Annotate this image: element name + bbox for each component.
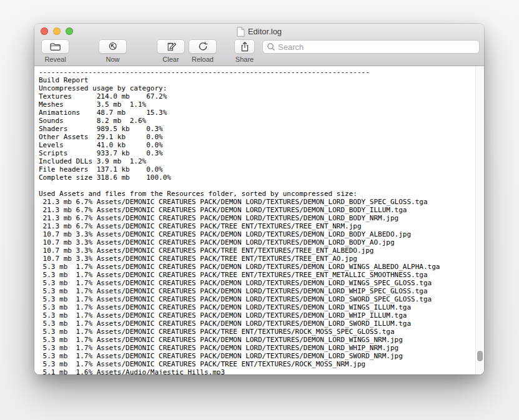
log-line: 5.3 mb 1.7% Assets/DEMONIC CREATURES PAC… [39, 263, 484, 271]
share-button[interactable] [234, 39, 255, 54]
clear-pencil-icon [166, 41, 177, 52]
log-line: 5.3 mb 1.7% Assets/DEMONIC CREATURES PAC… [39, 295, 484, 303]
log-line: Meshes 3.5 mb 1.1% [39, 100, 484, 109]
document-icon [237, 27, 245, 37]
log-line: 5.3 mb 1.7% Assets/DEMONIC CREATURES PAC… [39, 352, 484, 360]
log-line: 10.7 mb 3.3% Assets/DEMONIC CREATURES PA… [39, 238, 484, 247]
log-line: 5.3 mb 1.7% Assets/DEMONIC CREATURES PAC… [39, 287, 484, 295]
reload-button[interactable] [189, 39, 217, 54]
log-line: Shaders 989.5 kb 0.3% [39, 125, 484, 133]
reveal-button-label: Reveal [44, 56, 66, 63]
folder-icon [49, 41, 61, 52]
log-line: 5.3 mb 1.7% Assets/DEMONIC CREATURES PAC… [39, 328, 484, 336]
search-icon [267, 42, 275, 51]
now-button-label: Now [106, 56, 119, 63]
log-line: Used Assets and files from the Resources… [39, 190, 484, 198]
share-icon [239, 41, 250, 52]
vertical-scrollbar[interactable] [475, 66, 484, 374]
desktop-background: Editor.log RevealNowClearReloadShare ---… [0, 0, 519, 420]
clear-button-label: Clear [162, 56, 179, 63]
reload-button-label: Reload [192, 56, 214, 63]
share-button-label: Share [235, 56, 254, 63]
log-lines: ----------------------------------------… [34, 66, 484, 374]
log-line: 5.3 mb 1.7% Assets/DEMONIC CREATURES PAC… [39, 320, 484, 328]
log-line: 21.3 mb 6.7% Assets/DEMONIC CREATURES PA… [39, 206, 484, 214]
log-line: 21.3 mb 6.7% Assets/DEMONIC CREATURES PA… [39, 222, 484, 230]
search-input[interactable] [278, 42, 479, 52]
log-line: Textures 214.0 mb 67.2% [39, 92, 484, 100]
window-title: Editor.log [248, 27, 282, 36]
log-line: 10.7 mb 3.3% Assets/DEMONIC CREATURES PA… [39, 230, 484, 238]
log-line: 10.7 mb 3.3% Assets/DEMONIC CREATURES PA… [39, 247, 484, 255]
log-line: 21.3 mb 6.7% Assets/DEMONIC CREATURES PA… [39, 214, 484, 222]
reveal-button[interactable] [41, 39, 69, 54]
toolbar-item-reveal: Reveal [41, 39, 69, 63]
toolbar-item-now: Now [99, 39, 127, 63]
log-line: 5.3 mb 1.7% Assets/DEMONIC CREATURES PAC… [39, 303, 484, 311]
toolbar-item-share: Share [234, 39, 255, 63]
jump-to-now-icon [107, 41, 119, 52]
toolbar-item-reload: Reload [189, 39, 217, 63]
log-line: File headers 137.1 kb 0.0% [39, 165, 484, 173]
log-line: 5.1 mb 1.6% Assets/Audio/Majestic_Hills.… [39, 368, 484, 374]
log-line: 5.3 mb 1.7% Assets/DEMONIC CREATURES PAC… [39, 344, 484, 352]
now-button[interactable] [99, 39, 127, 54]
log-line: ----------------------------------------… [39, 68, 484, 76]
log-line: Included DLLs 3.9 mb 1.2% [39, 157, 484, 165]
clear-button[interactable] [157, 39, 185, 54]
log-line: Uncompressed usage by category: [39, 84, 484, 92]
log-line: Scripts 933.7 kb 0.3% [39, 149, 484, 157]
toolbar-item-clear: Clear [157, 39, 185, 63]
log-line: 5.3 mb 1.7% Assets/DEMONIC CREATURES PAC… [39, 271, 484, 279]
toolbar: RevealNowClearReloadShare [34, 39, 484, 66]
log-line: Animations 48.7 mb 15.3% [39, 109, 484, 117]
log-line [39, 182, 484, 190]
scrollbar-thumb[interactable] [477, 351, 483, 361]
title-wrap: Editor.log [34, 24, 484, 39]
search-field[interactable] [262, 40, 480, 54]
log-line: 5.3 mb 1.7% Assets/DEMONIC CREATURES PAC… [39, 311, 484, 320]
log-line: 5.3 mb 1.7% Assets/DEMONIC CREATURES PAC… [39, 279, 484, 287]
log-line: Complete size 318.6 mb 100.0% [39, 173, 484, 182]
console-log-window: Editor.log RevealNowClearReloadShare ---… [34, 24, 484, 374]
log-line: Build Report [39, 76, 484, 84]
log-line: 10.7 mb 3.3% Assets/DEMONIC CREATURES PA… [39, 255, 484, 263]
log-line: 21.3 mb 6.7% Assets/DEMONIC CREATURES PA… [39, 198, 484, 206]
log-line: 5.3 mb 1.7% Assets/DEMONIC CREATURES PAC… [39, 336, 484, 344]
window-header: Editor.log RevealNowClearReloadShare [34, 24, 484, 66]
log-line: Levels 41.0 kb 0.0% [39, 141, 484, 149]
log-line: Sounds 8.2 mb 2.6% [39, 117, 484, 125]
log-line: Other Assets 29.1 kb 0.0% [39, 133, 484, 141]
reload-icon [197, 41, 209, 52]
log-content-area[interactable]: ----------------------------------------… [34, 66, 484, 374]
log-line: 5.3 mb 1.7% Assets/DEMONIC CREATURES PAC… [39, 360, 484, 368]
window-titlebar[interactable]: Editor.log [34, 24, 484, 39]
